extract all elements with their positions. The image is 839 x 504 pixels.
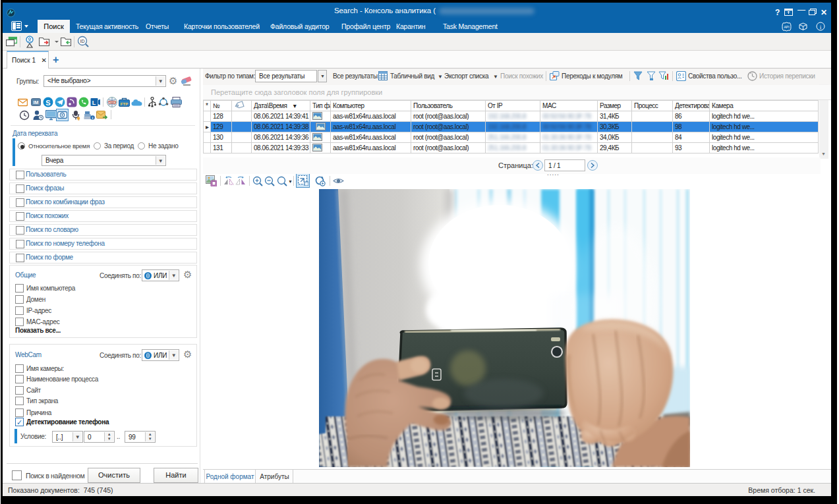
svg-text:L: L <box>92 99 96 106</box>
svg-text:FTP: FTP <box>121 102 128 106</box>
svg-text:S: S <box>45 99 50 107</box>
svg-text:API: API <box>784 25 789 29</box>
svg-text:HTTP: HTTP <box>109 101 116 104</box>
svg-text:IM: IM <box>34 100 39 105</box>
svg-text:ID: ID <box>80 39 85 43</box>
svg-text:i: i <box>820 24 822 30</box>
